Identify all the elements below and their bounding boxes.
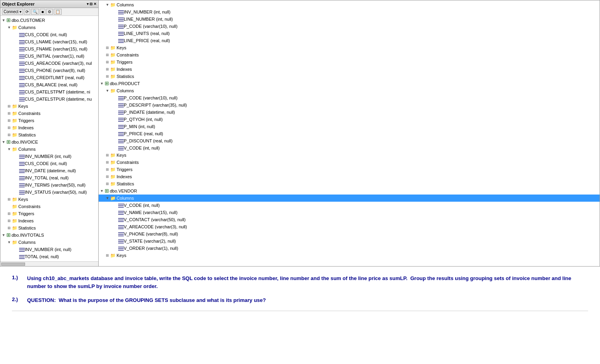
tree-item-columns-invtotals[interactable]: ▼ 📁 Columns [0, 239, 98, 246]
expand-icon[interactable]: ▼ [1, 233, 6, 237]
expand-icon[interactable]: ⊞ [7, 218, 12, 223]
expand-icon[interactable]: ⊞ [7, 132, 12, 137]
expand-icon[interactable]: ▼ [7, 147, 12, 152]
tree-item-col[interactable]: P_DESCRIPT (varchar(35), null) [99, 101, 600, 109]
tree-item-col[interactable]: CUS_BALANCE (real, null) [0, 81, 98, 88]
expand-icon[interactable]: ⊞ [105, 60, 110, 64]
expand-icon[interactable]: ▼ [105, 88, 110, 93]
tree-item-dbo-customer[interactable]: ▼ ⊞ dbo.CUSTOMER [0, 17, 98, 24]
tree-item-dbo-invoice[interactable]: ▼ ⊞ dbo.INVOICE [0, 138, 98, 146]
tree-item-col[interactable]: TOTAL (real, null) [0, 253, 98, 260]
tree-item-col[interactable]: V_STATE (varchar(2), null) [99, 237, 600, 245]
tree-item-dbo-invtotals[interactable]: ▼ ⊞ dbo.INVTOTALS [0, 232, 98, 239]
tree-item-col[interactable]: CUS_CODE (int, null) [0, 31, 98, 38]
tree-item-indexes-invoice[interactable]: ⊞ 📁 Indexes [0, 217, 98, 224]
tree-item-col[interactable]: P_DISCOUNT (real, null) [99, 137, 600, 144]
refresh-button[interactable]: ⟳ [24, 9, 30, 15]
tree-item-col[interactable]: V_NAME (varchar(15), null) [99, 209, 600, 216]
tree-item-columns-customer[interactable]: ▼ 📁 Columns [0, 24, 98, 31]
tree-item-statistics-invoice[interactable]: ⊞ 📁 Statistics [0, 224, 98, 232]
tree-item-col[interactable]: CUS_DATELSTPMT (datetime, ni [0, 88, 98, 95]
tree-item-constraints-customer[interactable]: ⊞ 📁 Constraints [0, 110, 98, 117]
expand-icon[interactable]: ⊞ [105, 45, 110, 50]
tree-item-col[interactable]: V_CONTACT (varchar(50), null) [99, 216, 600, 223]
expand-icon[interactable]: ▼ [1, 18, 6, 23]
expand-icon[interactable]: ▼ [7, 240, 12, 245]
pin-icon[interactable]: ▾ [87, 2, 89, 6]
tree-item-columns-product[interactable]: ▼ 📁 Columns [99, 87, 600, 94]
tree-item-col[interactable]: LINE_UNITS (real, null) [99, 30, 600, 37]
expand-icon[interactable]: ⊞ [7, 104, 12, 109]
expand-icon[interactable]: ▼ [105, 196, 110, 200]
tree-item-col[interactable]: INV_DATE (datetime, null) [0, 167, 98, 174]
tree-item-col[interactable]: INV_NUMBER (int, null) [0, 153, 98, 160]
tree-item-indexes-product[interactable]: ⊞ 📁 Indexes [99, 173, 600, 180]
close-icon[interactable]: ✕ [94, 2, 97, 6]
tree-item-col[interactable]: P_MIN (int, null) [99, 123, 600, 130]
tree-item-col[interactable]: P_INDATE (datetime, null) [99, 109, 600, 116]
tree-item-col[interactable]: CUS_LNAME (varchar(15), null) [0, 38, 98, 45]
tree-item-col[interactable]: V_AREACODE (varchar(3), null) [99, 223, 600, 230]
tree-item-col[interactable]: P_QTYOH (int, null) [99, 116, 600, 123]
expand-icon[interactable]: ⊞ [105, 167, 110, 172]
tree-item-col[interactable]: INV_TOTAL (real, null) [0, 174, 98, 181]
tree-item-statistics-invline[interactable]: ⊞ 📁 Statistics [99, 73, 600, 80]
expand-icon[interactable]: ⊞ [105, 153, 110, 158]
tree-item-col[interactable]: V_CODE (int, null) [99, 144, 600, 152]
expand-icon[interactable]: ⊞ [105, 67, 110, 72]
tree-item-keys-invline[interactable]: ⊞ 📁 Keys [99, 44, 600, 51]
tree-item-col[interactable]: CUS_AREACODE (varchar(3), nul [0, 60, 98, 67]
tree-item-indexes-invline[interactable]: ⊞ 📁 Indexes [99, 66, 600, 73]
expand-icon[interactable]: ⊞ [7, 197, 12, 202]
expand-icon[interactable]: ⊞ [7, 211, 12, 216]
tree-item-col[interactable]: CUS_CREDITLIMIT (real, null) [0, 74, 98, 81]
tree-item-keys-product[interactable]: ⊞ 📁 Keys [99, 152, 600, 159]
expand-icon[interactable]: ⊞ [7, 226, 12, 230]
tree-item-keys-customer[interactable]: ⊞ 📁 Keys [0, 103, 98, 110]
left-tree[interactable]: ▼ ⊞ dbo.CUSTOMER ▼ 📁 Columns CUS_CODE (i… [0, 16, 98, 261]
tree-item-col[interactable]: V_CODE (int, null) [99, 202, 600, 209]
tree-item-constraints-invline[interactable]: ⊞ 📁 Constraints [99, 51, 600, 58]
tree-item-col[interactable]: P_PRICE (real, null) [99, 130, 600, 137]
left-scrollbar-h[interactable] [0, 261, 98, 266]
tree-item-constraints-invoice[interactable]: 📁 Constraints [0, 203, 98, 210]
tree-item-columns-vendor[interactable]: ▼ 📁 Columns [99, 195, 600, 202]
expand-icon[interactable]: ⊞ [7, 111, 12, 116]
dock-icon[interactable]: ⊟ [90, 2, 93, 6]
summary-button[interactable]: 📋 [54, 9, 62, 15]
tree-item-indexes-customer[interactable]: ⊞ 📁 Indexes [0, 124, 98, 131]
expand-icon[interactable] [7, 204, 12, 209]
tree-item-triggers-invoice[interactable]: ⊞ 📁 Triggers [0, 210, 98, 217]
tree-item-col[interactable]: INV_NUMBER (int, null) [0, 246, 98, 253]
stop-button[interactable]: ■ [40, 9, 45, 15]
tree-item-col[interactable]: INV_STATUS (varchar(50), null) [0, 189, 98, 196]
tree-item-statistics-product[interactable]: ⊞ 📁 Statistics [99, 180, 600, 187]
expand-icon[interactable]: ⊞ [105, 160, 110, 165]
tree-item-constraints-product[interactable]: ⊞ 📁 Constraints [99, 159, 600, 166]
expand-icon[interactable]: ⊞ [105, 53, 110, 57]
filter-button[interactable]: 🔍 [31, 9, 39, 15]
expand-icon[interactable]: ⊞ [105, 74, 110, 79]
connect-button[interactable]: Connect ▾ [2, 9, 23, 15]
tree-item-col[interactable]: CUS_FNAME (varchar(15), null) [0, 45, 98, 53]
tree-item-dbo-vendor[interactable]: ▼ ⊞ dbo.VENDOR [99, 187, 600, 195]
tree-item-col[interactable]: INV_NUMBER (int, null) [99, 8, 600, 16]
right-tree[interactable]: ▼ 📁 Columns INV_NUMBER (int, null) LINE_… [99, 0, 600, 266]
tree-item-statistics-customer[interactable]: ⊞ 📁 Statistics [0, 131, 98, 138]
tree-item-col[interactable]: P_CODE (varchar(10), null) [99, 23, 600, 30]
expand-icon[interactable]: ⊞ [105, 174, 110, 179]
tree-item-triggers-customer[interactable]: ⊞ 📁 Triggers [0, 117, 98, 124]
expand-icon[interactable]: ⊞ [105, 253, 110, 258]
properties-button[interactable]: ⚙ [46, 9, 53, 15]
expand-icon[interactable]: ▼ [99, 81, 104, 86]
expand-icon[interactable]: ▼ [99, 189, 104, 193]
tree-item-keys-vendor[interactable]: ⊞ 📁 Keys [99, 252, 600, 259]
tree-item-col[interactable]: CUS_CODE (int, null) [0, 160, 98, 167]
expand-icon[interactable]: ▼ [7, 25, 12, 30]
expand-icon[interactable]: ▼ [1, 140, 6, 144]
expand-icon[interactable]: ▼ [105, 2, 110, 7]
tree-item-triggers-invline[interactable]: ⊞ 📁 Triggers [99, 58, 600, 66]
expand-icon[interactable]: ⊞ [105, 181, 110, 186]
tree-item-dbo-product[interactable]: ▼ ⊞ dbo.PRODUCT [99, 80, 600, 87]
tree-item-col[interactable]: CUS_PHONE (varchar(8), null) [0, 67, 98, 74]
